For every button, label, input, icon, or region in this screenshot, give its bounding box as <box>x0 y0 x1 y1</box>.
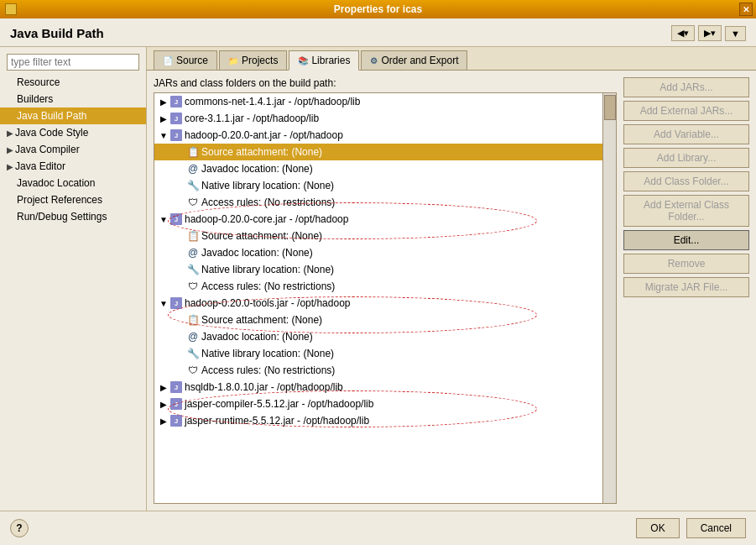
tree-item-hadoop-ant-javadoc[interactable]: @Javadoc location: (None) <box>154 160 602 177</box>
tree-label-hadoop-tools-javadoc: Javadoc location: (None) <box>201 331 313 343</box>
sidebar-item-java-editor[interactable]: ▶Java Editor <box>0 158 146 175</box>
scrollbar[interactable] <box>602 93 616 503</box>
add-external-jars-button[interactable]: Add External JARs... <box>623 101 749 121</box>
tree-expand-commons[interactable]: ▶ <box>158 97 169 107</box>
cancel-button[interactable]: Cancel <box>686 518 746 538</box>
tree-label-hadoop-core-javadoc: Javadoc location: (None) <box>201 247 313 259</box>
sidebar-label-project-references: Project References <box>17 194 102 206</box>
edit-button[interactable]: Edit... <box>623 230 749 250</box>
tab-projects[interactable]: 📁Projects <box>219 50 287 70</box>
forward-button[interactable]: ▶▾ <box>698 25 722 41</box>
tree-label-hsqldb: hsqldb-1.8.0.10.jar - /opt/hadoop/lib <box>185 381 343 393</box>
tree-item-hsqldb[interactable]: ▶Jhsqldb-1.8.0.10.jar - /opt/hadoop/lib <box>154 379 602 396</box>
tree-item-hadoop-core-javadoc[interactable]: @Javadoc location: (None) <box>154 244 602 261</box>
tree-label-core: core-3.1.1.jar - /opt/hadoop/lib <box>185 113 319 124</box>
tree-item-hadoop-core-access[interactable]: 🛡Access rules: (No restrictions) <box>154 278 602 295</box>
tree-label-hadoop-ant-access: Access rules: (No restrictions) <box>201 197 335 208</box>
tree-icon-hadoop-core-source: 📋 <box>186 229 200 243</box>
sidebar-item-java-compiler[interactable]: ▶Java Compiler <box>0 141 146 158</box>
tree-item-hadoop-core-source[interactable]: 📋Source attachment: (None) <box>154 228 602 244</box>
tree-item-hadoop-ant-access[interactable]: 🛡Access rules: (No restrictions) <box>154 194 602 211</box>
tree-item-hadoop-ant-source[interactable]: 📋Source attachment: (None) <box>154 144 602 160</box>
tree-label-hadoop-tools: hadoop-0.20.0-tools.jar - /opt/hadoop <box>185 297 350 309</box>
add-variable-button[interactable]: Add Variable... <box>623 124 749 144</box>
tree-label-commons: commons-net-1.4.1.jar - /opt/hadoop/lib <box>185 96 360 107</box>
tabs: 📄Source📁Projects📚Libraries⚙Order and Exp… <box>147 47 756 71</box>
sidebar-item-project-references[interactable]: Project References <box>0 191 146 208</box>
sidebar-item-java-build-path[interactable]: Java Build Path <box>0 107 146 124</box>
tree-item-hadoop-ant[interactable]: ▼Jhadoop-0.20.0-ant.jar - /opt/hadoop <box>154 127 602 144</box>
sidebar-item-resource[interactable]: Resource <box>0 74 146 91</box>
tree-icon-core: J <box>169 112 183 125</box>
tree-icon-jasper-runtime: J <box>169 414 183 427</box>
tree-expand-jasper-compiler[interactable]: ▶ <box>158 400 169 409</box>
sidebar-item-java-code-style[interactable]: ▶Java Code Style <box>0 124 146 141</box>
tree-icon-hadoop-ant-javadoc: @ <box>186 162 200 176</box>
tree-item-hadoop-core[interactable]: ▼Jhadoop-0.20.0-core.jar - /opt/hadoop <box>154 211 602 228</box>
sidebar-items: ResourceBuildersJava Build Path▶Java Cod… <box>0 74 146 225</box>
dialog-body: ResourceBuildersJava Build Path▶Java Cod… <box>0 47 756 511</box>
tree-item-hadoop-tools[interactable]: ▼Jhadoop-0.20.0-tools.jar - /opt/hadoop <box>154 295 602 312</box>
tree-item-hadoop-tools-javadoc[interactable]: @Javadoc location: (None) <box>154 328 602 345</box>
tree-item-jasper-runtime[interactable]: ▶Jjasper-runtime-5.5.12.jar - /opt/hadoo… <box>154 412 602 429</box>
tree-icon-hadoop-ant-native: 🔧 <box>186 179 200 192</box>
tree-item-hadoop-tools-native[interactable]: 🔧Native library location: (None) <box>154 345 602 362</box>
tab-icon-source: 📄 <box>163 56 173 66</box>
tree-item-jasper-compiler[interactable]: ▶Jjasper-compiler-5.5.12.jar - /opt/hado… <box>154 396 602 412</box>
tree-icon-commons: J <box>169 95 183 108</box>
tab-libraries[interactable]: 📚Libraries <box>289 50 359 71</box>
sidebar-label-run-debug-settings: Run/Debug Settings <box>17 211 107 223</box>
java-editor-arrow-icon: ▶ <box>7 162 15 171</box>
tree-expand-hsqldb[interactable]: ▶ <box>158 383 169 392</box>
tab-order-and-export[interactable]: ⚙Order and Export <box>361 50 467 70</box>
tree-icon-hadoop-core-native: 🔧 <box>186 263 200 276</box>
tree-icon-hadoop-tools-access: 🛡 <box>186 364 200 377</box>
ok-button[interactable]: OK <box>636 518 679 538</box>
tree-icon-hadoop-core: J <box>169 212 183 226</box>
sidebar-item-builders[interactable]: Builders <box>0 91 146 107</box>
dialog: Java Build Path ◀▾ ▶▾ ▼ ResourceBuilders… <box>0 18 756 545</box>
add-class-folder-button[interactable]: Add Class Folder... <box>623 171 749 191</box>
remove-button[interactable]: Remove <box>623 254 749 274</box>
tree-item-hadoop-ant-native[interactable]: 🔧Native library location: (None) <box>154 177 602 194</box>
tree-expand-hadoop-tools[interactable]: ▼ <box>158 299 169 308</box>
tree-expand-hadoop-core[interactable]: ▼ <box>158 215 169 224</box>
tree-item-core[interactable]: ▶Jcore-3.1.1.jar - /opt/hadoop/lib <box>154 110 602 127</box>
tab-label-source: Source <box>176 55 208 66</box>
content-area: JARs and class folders on the build path… <box>147 71 756 511</box>
add-library-button[interactable]: Add Library... <box>623 148 749 168</box>
scroll-thumb[interactable] <box>604 95 616 120</box>
tree-expand-hadoop-ant[interactable]: ▼ <box>158 131 169 140</box>
tree-item-hadoop-tools-access[interactable]: 🛡Access rules: (No restrictions) <box>154 362 602 379</box>
add-external-class-folder-button[interactable]: Add External Class Folder... <box>623 195 749 227</box>
tree-expand-core[interactable]: ▶ <box>158 114 169 123</box>
tree-item-hadoop-tools-source[interactable]: 📋Source attachment: (None) <box>154 312 602 328</box>
tree-container[interactable]: ▶Jcommons-net-1.4.1.jar - /opt/hadoop/li… <box>154 92 617 504</box>
tree-icon-hadoop-ant-source: 📋 <box>186 145 200 159</box>
sidebar-item-javadoc-location[interactable]: Javadoc Location <box>0 175 146 191</box>
filter-input[interactable] <box>7 54 139 71</box>
footer-right: OK Cancel <box>636 518 746 538</box>
back-button[interactable]: ◀▾ <box>671 25 695 41</box>
tree-label-hadoop-tools-native: Native library location: (None) <box>201 348 334 359</box>
menu-button[interactable]: ▼ <box>725 26 746 41</box>
tree-expand-jasper-runtime[interactable]: ▶ <box>158 417 169 426</box>
tree-label-hadoop-core: hadoop-0.20.0-core.jar - /opt/hadoop <box>185 213 348 225</box>
migrate-jar-button[interactable]: Migrate JAR File... <box>623 277 749 297</box>
close-button[interactable]: ✕ <box>739 3 753 16</box>
window-icon <box>5 3 17 15</box>
sidebar-label-resource: Resource <box>17 76 60 88</box>
tree-icon-jasper-compiler: J <box>169 397 183 411</box>
add-jars-button[interactable]: Add JARs... <box>623 77 749 97</box>
tree-icon-hadoop-ant: J <box>169 128 183 142</box>
sidebar-item-run-debug-settings[interactable]: Run/Debug Settings <box>0 208 146 225</box>
tab-source[interactable]: 📄Source <box>154 50 217 70</box>
help-button[interactable]: ? <box>10 519 29 537</box>
tree-label: JARs and class folders on the build path… <box>154 77 617 89</box>
tree-item-commons[interactable]: ▶Jcommons-net-1.4.1.jar - /opt/hadoop/li… <box>154 93 602 110</box>
tree-item-hadoop-core-native[interactable]: 🔧Native library location: (None) <box>154 261 602 278</box>
tree-icon-hadoop-core-javadoc: @ <box>186 246 200 259</box>
header-actions: ◀▾ ▶▾ ▼ <box>671 25 746 41</box>
tree-icon-hadoop-tools-javadoc: @ <box>186 330 200 343</box>
tree-label-jasper-runtime: jasper-runtime-5.5.12.jar - /opt/hadoop/… <box>185 415 369 427</box>
